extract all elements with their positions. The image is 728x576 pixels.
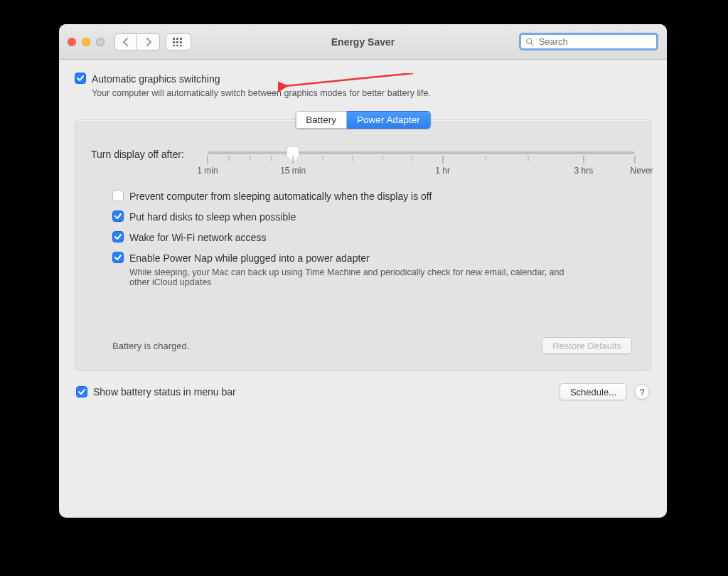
prevent-sleep-label: Prevent computer from sleeping automatic…: [129, 190, 432, 203]
search-icon: [525, 37, 535, 47]
tab-power-adapter[interactable]: Power Adapter: [347, 111, 431, 129]
search-field[interactable]: [519, 33, 658, 50]
search-input[interactable]: [537, 36, 652, 48]
zoom-window-button: [96, 38, 105, 46]
window-controls: [68, 38, 105, 46]
svg-rect-5: [180, 41, 182, 43]
slider-ticks: [208, 156, 635, 163]
svg-rect-2: [180, 38, 182, 40]
wake-wifi-label: Wake for Wi-Fi network access: [129, 231, 266, 244]
nav-buttons: [114, 33, 160, 50]
display-off-label: Turn display off after:: [91, 149, 198, 160]
close-window-button[interactable]: [68, 38, 76, 46]
svg-rect-0: [173, 38, 175, 40]
svg-rect-7: [176, 45, 178, 46]
restore-defaults-button[interactable]: Restore Defaults: [542, 337, 632, 354]
schedule-button[interactable]: Schedule...: [560, 383, 627, 400]
svg-rect-8: [180, 45, 182, 46]
tab-battery[interactable]: Battery: [295, 111, 347, 129]
svg-rect-6: [173, 45, 175, 46]
show-all-button[interactable]: [166, 33, 191, 50]
svg-line-10: [531, 43, 533, 45]
svg-rect-3: [173, 41, 175, 43]
preferences-window: Energy Saver Automatic graphics switchin…: [59, 24, 667, 518]
power-nap-description: While sleeping, your Mac can back up usi…: [129, 267, 584, 287]
grid-icon: [173, 38, 184, 46]
minimize-window-button[interactable]: [82, 38, 90, 46]
show-battery-menu-label: Show battery status in menu bar: [93, 385, 236, 398]
chevron-left-icon: [122, 38, 129, 46]
chevron-right-icon: [145, 38, 152, 46]
annotation-arrow-icon: [278, 73, 420, 97]
svg-line-11: [285, 73, 413, 86]
display-off-slider[interactable]: [208, 151, 635, 154]
battery-status-text: Battery is charged.: [112, 341, 189, 351]
show-battery-menu-checkbox[interactable]: [76, 386, 87, 398]
power-source-segmented-control: Battery Power Adapter: [295, 111, 430, 129]
svg-rect-4: [176, 41, 178, 43]
power-panel: Battery Power Adapter Turn display off a…: [75, 119, 651, 370]
hd-sleep-label: Put hard disks to sleep when possible: [129, 210, 296, 223]
forward-button[interactable]: [137, 33, 160, 50]
help-button[interactable]: ?: [634, 384, 650, 400]
auto-graphics-checkbox[interactable]: [75, 73, 86, 84]
power-nap-label: Enable Power Nap while plugged into a po…: [129, 252, 584, 265]
prevent-sleep-checkbox[interactable]: [112, 190, 124, 201]
help-icon: ?: [639, 387, 644, 398]
hd-sleep-checkbox[interactable]: [112, 210, 124, 222]
svg-rect-1: [176, 38, 178, 40]
wake-wifi-checkbox[interactable]: [112, 231, 124, 242]
power-nap-checkbox[interactable]: [112, 252, 124, 263]
title-bar: Energy Saver: [59, 24, 667, 60]
check-icon: [76, 74, 85, 82]
back-button[interactable]: [114, 33, 137, 50]
